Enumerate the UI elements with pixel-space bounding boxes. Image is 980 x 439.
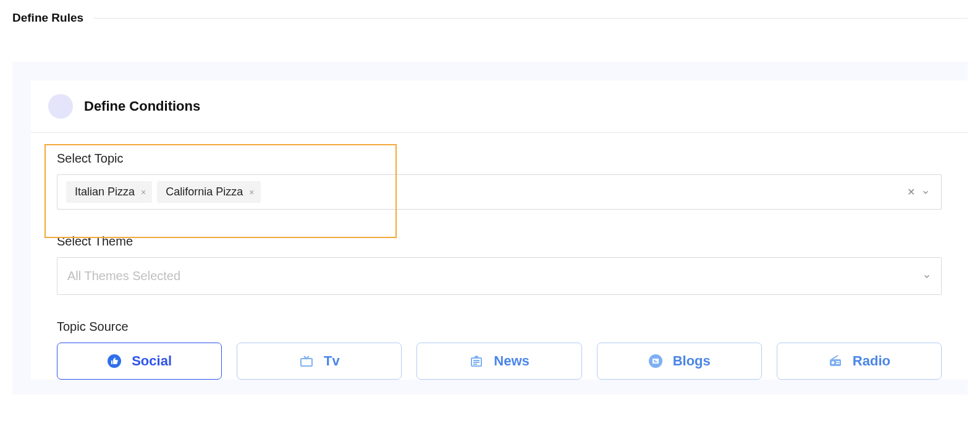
divider <box>93 18 968 19</box>
field-topic-source: Topic Source Social Tv <box>57 320 942 380</box>
label-topic-source: Topic Source <box>57 320 942 334</box>
conditions-panel: Define Conditions Select Topic Italian P… <box>12 62 968 394</box>
chevron-down-icon[interactable] <box>921 188 930 197</box>
clear-all-icon[interactable]: ✕ <box>907 186 915 198</box>
svg-rect-10 <box>654 360 656 361</box>
svg-rect-14 <box>836 361 840 362</box>
card-title: Define Conditions <box>84 98 200 114</box>
tag-label: Italian Pizza <box>75 185 135 198</box>
label-select-topic: Select Topic <box>57 151 942 166</box>
blog-icon <box>648 354 663 369</box>
close-icon[interactable]: × <box>249 188 254 197</box>
theme-select[interactable]: All Themes Selected <box>57 257 942 295</box>
svg-rect-9 <box>653 359 659 364</box>
thumb-up-icon <box>107 354 122 369</box>
source-tv[interactable]: Tv <box>237 343 402 380</box>
source-label: News <box>494 353 529 369</box>
svg-rect-11 <box>654 362 657 363</box>
source-blogs[interactable]: Blogs <box>597 343 762 380</box>
news-icon <box>469 354 484 369</box>
source-radio[interactable]: Radio <box>777 343 942 380</box>
svg-point-13 <box>832 361 835 364</box>
topic-tag[interactable]: Italian Pizza × <box>66 181 152 203</box>
section-header: Define Rules <box>0 0 980 31</box>
close-icon[interactable]: × <box>141 188 146 197</box>
conditions-card: Define Conditions Select Topic Italian P… <box>31 80 968 380</box>
chevron-down-icon[interactable] <box>923 272 931 281</box>
tv-icon <box>299 354 314 369</box>
svg-rect-12 <box>830 359 841 366</box>
field-select-topic: Select Topic Italian Pizza × California … <box>57 151 942 210</box>
step-indicator <box>48 94 73 119</box>
svg-line-16 <box>832 356 838 359</box>
source-social[interactable]: Social <box>57 343 222 380</box>
topic-tag-input[interactable]: Italian Pizza × California Pizza × ✕ <box>57 174 942 210</box>
radio-icon <box>828 354 843 369</box>
topic-tag[interactable]: California Pizza × <box>157 181 260 203</box>
page-title: Define Rules <box>12 11 83 25</box>
field-select-theme: Select Theme All Themes Selected <box>57 234 942 295</box>
source-options: Social Tv News <box>57 343 942 380</box>
label-select-theme: Select Theme <box>57 234 942 249</box>
source-label: Blogs <box>673 353 711 369</box>
source-label: Radio <box>853 353 890 369</box>
source-label: Social <box>132 353 172 369</box>
card-header: Define Conditions <box>31 80 968 133</box>
svg-rect-1 <box>301 359 312 366</box>
svg-rect-15 <box>836 363 840 364</box>
theme-placeholder: All Themes Selected <box>67 269 180 283</box>
tag-label: California Pizza <box>166 185 243 198</box>
source-label: Tv <box>324 353 340 369</box>
source-news[interactable]: News <box>416 343 581 380</box>
